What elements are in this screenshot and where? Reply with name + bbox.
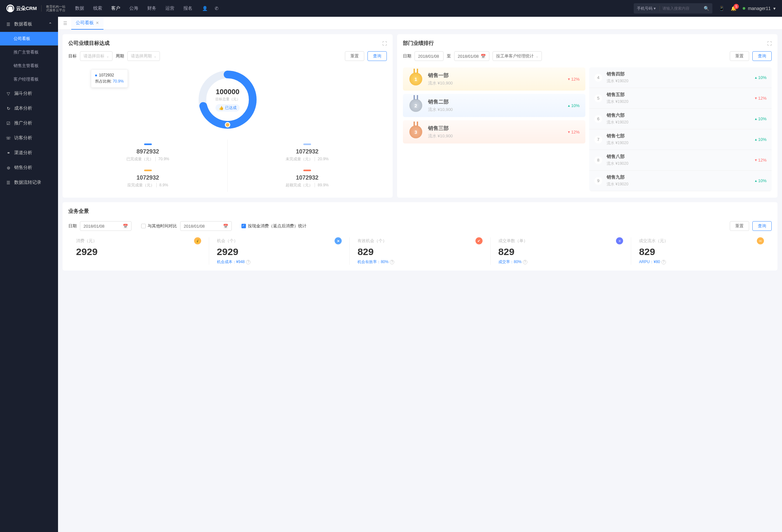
reset-button[interactable]: 重置 — [730, 221, 749, 231]
notification-badge: 5 — [734, 4, 739, 9]
expand-icon[interactable]: ⛶ — [382, 41, 387, 46]
reset-button[interactable]: 重置 — [730, 51, 749, 61]
triangle-icon: ▼ — [754, 96, 757, 100]
topnav-item[interactable]: 数据 — [75, 5, 84, 11]
search-icon[interactable]: 🔍 — [704, 6, 709, 11]
rank-name: 销售一部 — [428, 72, 562, 79]
chevron-down-icon: ⌄ — [536, 55, 538, 58]
rank-top-card[interactable]: 2 销售二部流水 ¥10,900 ▲ 10% — [403, 94, 585, 117]
search-type-select[interactable]: 手机号码▾ — [637, 6, 660, 11]
topnav-item[interactable]: 公海 — [129, 5, 138, 11]
sidebar-item[interactable]: ↻成本分析 — [0, 101, 58, 116]
calendar-icon: 📅 — [223, 224, 228, 228]
label-cash: 按现金消费（返点后消费）统计 — [248, 223, 307, 229]
panel-business-panorama: 业务全景 日期 2018/01/08📅 与其他时间对比 2018/01/08📅 … — [63, 202, 778, 271]
panel-company-target: 公司业绩目标达成 ⛶ 目标 请选择目标⌄ 周期 请选择周期⌄ 重置 查询 — [63, 34, 393, 198]
rank-name: 销售七部 — [607, 133, 750, 139]
rank-name: 销售九部 — [607, 174, 750, 180]
rank-row[interactable]: 7 销售七部流水 ¥19020 ▲ 10% — [589, 129, 772, 150]
rank-name: 销售四部 — [607, 71, 750, 77]
sidebar-item[interactable]: ⊚销售分析 — [0, 160, 58, 175]
thumbs-up-icon: 👍 — [219, 106, 224, 110]
query-button[interactable]: 查询 — [367, 51, 387, 61]
date-to-input[interactable]: 2018/01/08📅 — [454, 51, 489, 61]
query-button[interactable]: 查询 — [752, 221, 772, 231]
rank-name: 销售二部 — [428, 99, 562, 105]
rank-number: 6 — [594, 115, 602, 123]
sidebar-item[interactable]: ☑推广分析 — [0, 116, 58, 131]
topnav-item[interactable]: 客户 — [111, 5, 120, 11]
topnav-item[interactable]: 运营 — [165, 5, 174, 11]
sidebar-item-label: 数据流转记录 — [14, 180, 41, 185]
reset-button[interactable]: 重置 — [345, 51, 364, 61]
search-input[interactable] — [663, 6, 701, 11]
topnav-item[interactable]: 财务 — [147, 5, 156, 11]
rank-row[interactable]: 9 销售九部流水 ¥19020 ▲ 10% — [589, 171, 772, 191]
sidebar-item[interactable]: ⚭渠道分析 — [0, 145, 58, 160]
close-icon[interactable]: ✕ — [96, 21, 99, 25]
rank-sub: 流水 ¥10,900 — [428, 80, 562, 86]
stat-bar-icon — [144, 170, 152, 171]
select-stat-by[interactable]: 按工单客户经理统计⌄ — [493, 51, 542, 61]
stat-label: 未完成量（元）20.9% — [227, 156, 387, 162]
user-menu[interactable]: manager11 ▾ — [743, 6, 776, 11]
topnav-item[interactable]: 报名 — [183, 5, 192, 11]
rank-name: 销售五部 — [607, 92, 750, 98]
stat-cell: 8972932 已完成量（元）70.9% — [68, 140, 227, 166]
tab-company-board[interactable]: 公司看板 ✕ — [71, 17, 104, 30]
rank-top-card[interactable]: 3 销售三部流水 ¥10,900 ▼ 12% — [403, 120, 585, 143]
help-icon[interactable]: ? — [662, 260, 666, 264]
sidebar-sub-item[interactable]: 客户经理看板 — [0, 73, 58, 86]
chevron-up-icon: ⌃ — [48, 22, 52, 27]
label-compare: 与其他时间对比 — [148, 223, 177, 229]
sidebar-item[interactable]: ☏访客分析 — [0, 131, 58, 145]
rank-name: 销售六部 — [607, 112, 750, 118]
rank-row[interactable]: 8 销售八部流水 ¥19020 ▼ 12% — [589, 150, 772, 171]
rank-number: 9 — [594, 177, 602, 185]
help-icon[interactable]: ? — [523, 260, 527, 264]
rank-row[interactable]: 6 销售六部流水 ¥19020 ▲ 10% — [589, 109, 772, 129]
sidebar-header-data-board[interactable]: ☰数据看板 ⌃ — [0, 17, 58, 32]
sidebar-item-icon: ↻ — [6, 106, 11, 111]
donut-center: 100000 目标总量（元） 👍已达成 — [215, 88, 240, 112]
notification-bell[interactable]: 🔔 5 — [731, 6, 736, 11]
expand-icon[interactable]: ⛶ — [767, 41, 772, 46]
rank-sub: 流水 ¥19020 — [607, 181, 750, 187]
date-from-input[interactable]: 2018/01/08 — [415, 51, 443, 61]
mobile-icon[interactable]: 📱 — [719, 6, 724, 11]
sidebar-item-icon: ⊚ — [6, 166, 11, 170]
compare-checkbox[interactable] — [141, 224, 146, 228]
date-input-1[interactable]: 2018/01/08📅 — [80, 221, 132, 231]
dot-icon — [95, 74, 97, 76]
rank-top-card[interactable]: 1 销售一部流水 ¥10,900 ▼ 12% — [403, 67, 585, 91]
stat-value: 1072932 — [68, 174, 227, 181]
help-icon[interactable]: ? — [246, 260, 250, 264]
rank-row[interactable]: 5 销售五部流水 ¥19020 ▼ 12% — [589, 88, 772, 109]
cash-checkbox[interactable] — [242, 224, 246, 228]
kpi-icon: 💰 — [194, 237, 201, 244]
search-bar: 手机号码▾ 🔍 — [634, 3, 712, 13]
topnav-item[interactable]: 线索 — [93, 5, 102, 11]
kpi-card: 有效机会（个）✔ 829机会有效率：80% ? — [350, 237, 491, 265]
panel-title: 业务全景 — [68, 208, 89, 215]
sidebar-sub-item[interactable]: 公司看板 — [0, 32, 58, 45]
kpi-label: 有效机会（个） — [357, 238, 387, 244]
user-icon[interactable]: 👤 — [202, 6, 208, 11]
help-icon[interactable]: ? — [390, 260, 394, 264]
date-input-2[interactable]: 2018/01/08📅 — [180, 221, 232, 231]
sidebar-sub-item[interactable]: 销售主管看板 — [0, 59, 58, 73]
query-button[interactable]: 查询 — [752, 51, 772, 61]
rank-number: 7 — [594, 136, 602, 143]
medal-icon: 3 — [409, 125, 423, 139]
rank-name: 销售三部 — [428, 125, 562, 132]
hamburger-icon[interactable]: ☰ — [62, 19, 69, 27]
select-target[interactable]: 请选择目标⌄ — [80, 51, 112, 61]
sidebar-item[interactable]: ☰数据流转记录 — [0, 175, 58, 190]
sidebar-sub-item[interactable]: 推广主管看板 — [0, 45, 58, 59]
logo-subtitle: 教育机构一站 式服务云平台 — [46, 5, 65, 12]
phone-icon[interactable]: ✆ — [215, 6, 218, 11]
select-period[interactable]: 请选择周期⌄ — [127, 51, 160, 61]
sidebar-item[interactable]: ▽漏斗分析 — [0, 86, 58, 101]
rank-row[interactable]: 4 销售四部流水 ¥19020 ▲ 10% — [589, 67, 772, 88]
logo[interactable]: 云朵CRM 教育机构一站 式服务云平台 — [6, 4, 65, 12]
